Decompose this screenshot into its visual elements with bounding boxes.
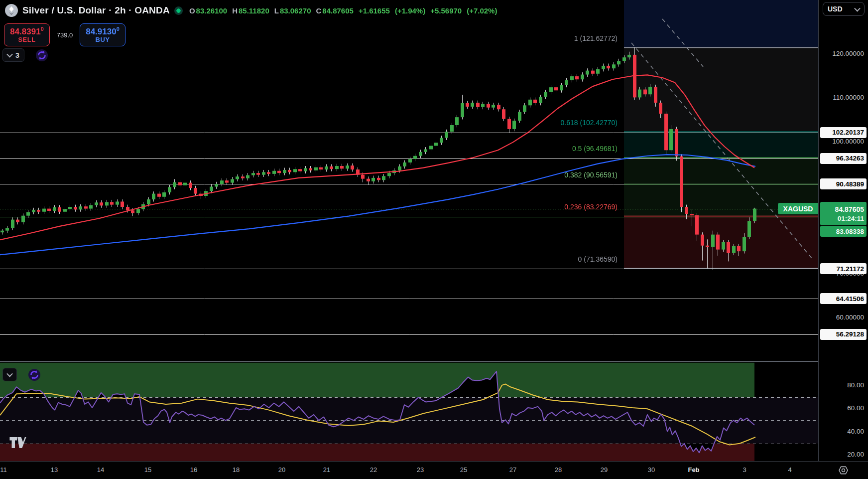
price-level-label: 102.20137 <box>820 127 867 138</box>
rsi-axis-tick: 40.00 <box>847 428 864 435</box>
currency-label: USD <box>828 5 843 13</box>
buy-button[interactable]: 84.91300 BUY <box>80 23 125 46</box>
time-axis-label: Feb <box>688 466 699 474</box>
rsi-axis-tick: 80.00 <box>847 381 864 389</box>
close-label: C <box>316 6 321 15</box>
session-low-label: 83.08338 <box>820 226 867 237</box>
sell-button[interactable]: 84.83910 SELL <box>4 23 50 46</box>
sell-price: 84.8391 <box>10 27 40 36</box>
tradingview-logo[interactable] <box>9 437 27 449</box>
high-label: H <box>232 6 238 15</box>
pane-separator[interactable] <box>0 361 868 362</box>
axis-settings-cell <box>819 462 868 479</box>
time-axis-label: 14 <box>97 466 104 474</box>
price-level-label: 71.21172 <box>820 263 867 274</box>
sell-label: SELL <box>18 36 35 44</box>
low-label: L <box>274 6 279 15</box>
fib-level-label: 1 (121.62772) <box>574 34 618 42</box>
symbol-title[interactable]: Silver / U.S. Dollar · 2h · OANDA <box>22 5 170 16</box>
bar-countdown: 01:24:11 <box>838 214 864 223</box>
change-absolute: +1.61655 <box>359 6 390 15</box>
time-axis-label: 25 <box>460 466 467 474</box>
buy-price-fraction: 0 <box>117 26 120 32</box>
fib-level-label: 0.5 (96.49681) <box>572 145 618 153</box>
price-level-label: 90.48389 <box>820 178 867 189</box>
fib-level-label: 0.236 (83.22769) <box>564 203 618 211</box>
symbol-logo-icon <box>5 4 18 17</box>
low-value: 83.06270 <box>280 6 311 15</box>
time-axis-label: 21 <box>323 466 330 474</box>
price-axis[interactable]: USD 84.87605 01:24:11 83.08338 120.00000… <box>819 0 868 461</box>
rsi-axis-tick: 20.00 <box>847 451 864 458</box>
rsi-legend-row <box>2 368 41 381</box>
time-axis-label: 3 <box>743 466 746 474</box>
rsi-refresh-icon[interactable] <box>28 368 41 381</box>
market-status-icon[interactable] <box>174 6 183 15</box>
time-axis-label: 16 <box>190 466 197 474</box>
time-axis-label: 15 <box>144 466 151 474</box>
time-axis-label: 4 <box>788 466 791 474</box>
close-value: 84.87605 <box>322 6 354 15</box>
time-axis-label: 22 <box>370 466 377 474</box>
rsi-axis-tick: 60.00 <box>847 404 864 412</box>
fib-level-label: 0 (71.36590) <box>578 255 618 263</box>
rsi-chart-canvas[interactable] <box>0 361 818 461</box>
open-value: 83.26100 <box>196 6 228 15</box>
buy-label: BUY <box>96 36 110 44</box>
buy-price: 84.9130 <box>86 27 116 36</box>
time-axis-label: 20 <box>278 466 285 474</box>
price-axis-tick: 110.00000 <box>833 94 864 101</box>
fib-level-label: 0.618 (102.42770) <box>561 119 618 127</box>
price-level-label: 96.34263 <box>820 153 867 164</box>
price-axis-tick: 120.00000 <box>832 50 864 57</box>
change-percent: (+1.94%) <box>395 6 425 15</box>
sell-price-fraction: 0 <box>41 26 44 32</box>
last-price-value: 84.87605 <box>835 204 864 214</box>
trade-widget: 84.83910 SELL 739.0 84.91300 BUY <box>4 23 125 46</box>
change-percent-2: (+7.02%) <box>467 6 497 15</box>
time-axis-label: 18 <box>233 466 240 474</box>
ohlc-readout: O83.26100 H85.11820 L83.06270 C84.87605 … <box>189 6 497 15</box>
last-price-label: 84.87605 01:24:11 <box>820 202 867 225</box>
rsi-collapse-button[interactable] <box>2 368 17 381</box>
price-axis-tick: 100.00000 <box>832 138 864 145</box>
high-value: 85.11820 <box>239 6 269 15</box>
time-axis-label: 27 <box>509 466 516 474</box>
time-axis-label: 28 <box>555 466 562 474</box>
price-level-label: 56.29128 <box>820 329 867 340</box>
trading-chart-app: Silver / U.S. Dollar · 2h · OANDA O83.26… <box>0 0 868 479</box>
price-chart-canvas[interactable] <box>0 0 818 361</box>
chevron-down-icon <box>6 371 13 377</box>
currency-dropdown[interactable]: USD <box>823 2 865 16</box>
time-axis-label: 23 <box>417 466 424 474</box>
refresh-icon[interactable] <box>35 49 48 62</box>
time-axis[interactable]: 111314151618202122232527282930Feb34 <box>0 462 868 479</box>
gear-icon[interactable] <box>839 466 848 475</box>
price-level-label: 64.41506 <box>820 293 867 304</box>
change-absolute-2: +5.56970 <box>430 6 462 15</box>
open-label: O <box>189 6 195 15</box>
legend-collapse-button[interactable]: 3 <box>2 48 24 62</box>
indicator-count: 3 <box>15 51 19 59</box>
time-axis-label: 11 <box>0 466 7 474</box>
time-axis-label: 30 <box>648 466 655 474</box>
chevron-down-icon <box>6 51 13 58</box>
time-axis-label: 13 <box>51 466 58 474</box>
price-axis-tick: 60.00000 <box>836 314 864 321</box>
ticker-price-tag: XAGUSD <box>778 203 818 214</box>
spread-value: 739.0 <box>50 31 80 39</box>
chart-header: Silver / U.S. Dollar · 2h · OANDA O83.26… <box>5 4 497 17</box>
chevron-down-icon <box>854 5 861 11</box>
time-axis-label: 29 <box>601 466 608 474</box>
fib-level-label: 0.382 (90.56591) <box>564 171 618 179</box>
main-legend-row: 3 <box>2 48 48 62</box>
